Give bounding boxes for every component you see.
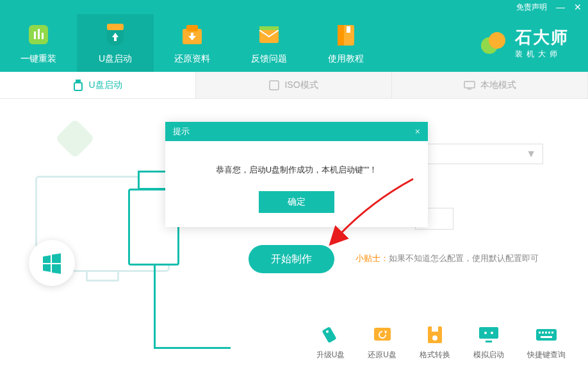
svg-point-26 xyxy=(484,332,487,334)
tool-label: 升级U盘 xyxy=(316,350,345,360)
logo-icon xyxy=(479,29,507,57)
restore-icon xyxy=(179,21,206,48)
svg-rect-31 xyxy=(542,332,544,334)
monitor-icon xyxy=(464,81,475,90)
svg-rect-28 xyxy=(486,341,492,342)
svg-rect-4 xyxy=(107,24,124,30)
svg-rect-11 xyxy=(347,26,350,33)
svg-rect-19 xyxy=(322,326,336,343)
svg-rect-23 xyxy=(432,326,438,332)
svg-rect-16 xyxy=(270,81,279,90)
svg-rect-10 xyxy=(338,25,344,46)
usb-boot-icon xyxy=(102,21,129,48)
disclaimer-link[interactable]: 免责声明 xyxy=(516,2,547,13)
svg-rect-17 xyxy=(464,81,475,88)
tab-label: 本地模式 xyxy=(480,80,516,91)
dropdown-select[interactable]: ▼ xyxy=(415,144,543,164)
mode-tabs: U盘启动 ISO模式 本地模式 xyxy=(0,72,588,99)
dialog-title: 提示 xyxy=(173,126,190,137)
reinstall-icon xyxy=(25,21,52,48)
nav-label: 反馈问题 xyxy=(251,53,287,65)
minimize-icon[interactable]: — xyxy=(556,3,565,12)
svg-point-20 xyxy=(326,330,329,333)
start-button[interactable]: 开始制作 xyxy=(249,245,334,273)
restore-usb-icon xyxy=(370,325,395,344)
windows-badge xyxy=(29,240,75,286)
svg-point-27 xyxy=(491,332,493,334)
tool-upgrade-usb[interactable]: 升级U盘 xyxy=(316,325,345,360)
svg-rect-3 xyxy=(42,33,44,39)
dialog-ok-button[interactable]: 确定 xyxy=(259,191,334,213)
tool-hotkey-query[interactable]: 快捷键查询 xyxy=(527,325,566,360)
tool-label: 还原U盘 xyxy=(368,350,396,360)
simulate-icon xyxy=(477,325,501,344)
format-icon xyxy=(423,325,447,344)
title-bar: 免责声明 — ✕ xyxy=(0,0,588,14)
svg-rect-33 xyxy=(548,332,550,334)
tutorial-icon xyxy=(332,21,359,48)
svg-rect-6 xyxy=(186,25,198,31)
header-nav: 一键重装 U盘启动 还原资料 反馈问题 使用教程 石大师 装机大师 xyxy=(0,14,588,72)
nav-reinstall[interactable]: 一键重装 xyxy=(0,14,77,72)
svg-rect-15 xyxy=(74,83,82,90)
dialog-message: 恭喜您，启动U盘制作成功，本机启动键""！ xyxy=(165,141,428,191)
tip-body: 如果不知道怎么配置，使用默认配置即可 xyxy=(389,253,539,263)
logo-title: 石大师 xyxy=(515,26,569,49)
svg-rect-34 xyxy=(551,332,553,334)
nav-usb-boot[interactable]: U盘启动 xyxy=(77,14,154,72)
usb-icon xyxy=(73,80,83,91)
svg-rect-32 xyxy=(545,332,547,334)
tool-label: 快捷键查询 xyxy=(527,350,566,360)
tab-label: ISO模式 xyxy=(284,80,318,91)
feedback-icon xyxy=(256,21,282,48)
tab-local[interactable]: 本地模式 xyxy=(392,72,588,98)
logo: 石大师 装机大师 xyxy=(479,14,588,72)
tool-format-convert[interactable]: 格式转换 xyxy=(420,325,450,360)
dialog-close-icon[interactable]: × xyxy=(415,126,420,137)
nav-label: 使用教程 xyxy=(328,53,364,65)
nav-tutorial[interactable]: 使用教程 xyxy=(307,14,384,72)
nav-label: 还原资料 xyxy=(174,53,210,65)
tab-label: U盘启动 xyxy=(88,80,122,91)
tool-simulate-boot[interactable]: 模拟启动 xyxy=(473,325,504,360)
dialog: 提示 × 恭喜您，启动U盘制作成功，本机启动键""！ 确定 xyxy=(165,122,428,227)
svg-rect-2 xyxy=(38,29,40,39)
svg-rect-35 xyxy=(541,336,552,338)
svg-rect-8 xyxy=(259,26,279,30)
tip-prefix: 小贴士： xyxy=(355,253,389,263)
nav-feedback[interactable]: 反馈问题 xyxy=(231,14,307,72)
svg-rect-1 xyxy=(34,31,36,39)
svg-rect-30 xyxy=(539,332,541,334)
svg-point-24 xyxy=(432,335,437,341)
svg-rect-25 xyxy=(479,327,498,339)
bottom-toolbar: 升级U盘 还原U盘 格式转换 模拟启动 快捷键查询 xyxy=(316,325,566,360)
tip-text: 小贴士：如果不知道怎么配置，使用默认配置即可 xyxy=(355,253,539,264)
iso-icon xyxy=(269,80,279,90)
tab-usb-boot[interactable]: U盘启动 xyxy=(0,72,196,98)
nav-label: 一键重装 xyxy=(20,53,56,65)
close-icon[interactable]: ✕ xyxy=(574,3,582,12)
svg-point-13 xyxy=(489,32,505,49)
tool-label: 格式转换 xyxy=(420,350,450,360)
upgrade-usb-icon xyxy=(318,325,343,344)
dialog-header: 提示 × xyxy=(165,122,428,141)
tool-label: 模拟启动 xyxy=(473,350,504,360)
logo-subtitle: 装机大师 xyxy=(515,49,569,60)
tool-restore-usb[interactable]: 还原U盘 xyxy=(368,325,396,360)
content-area: ▼ 开始制作 小贴士：如果不知道怎么配置，使用默认配置即可 升级U盘 还原U盘 … xyxy=(0,99,588,372)
tab-iso[interactable]: ISO模式 xyxy=(196,72,392,98)
svg-rect-29 xyxy=(536,329,557,341)
keyboard-icon xyxy=(534,325,559,344)
nav-label: U盘启动 xyxy=(99,53,132,65)
nav-restore[interactable]: 还原资料 xyxy=(154,14,231,72)
